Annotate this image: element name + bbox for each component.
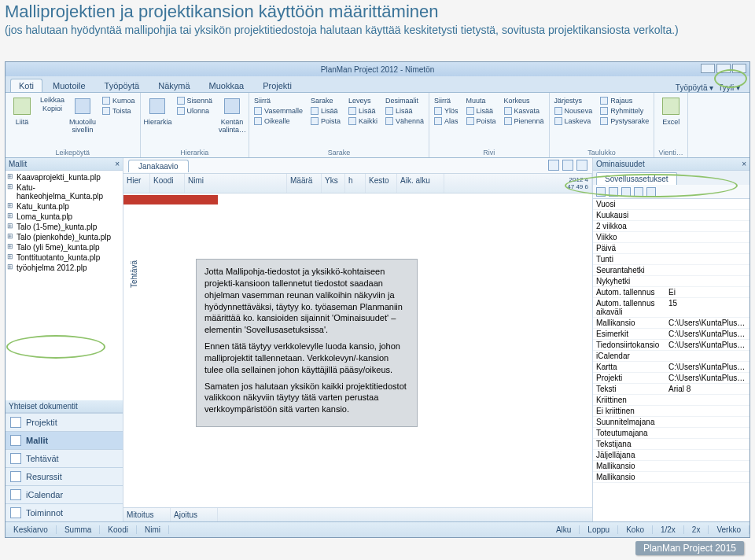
template-file[interactable]: Tonttituotanto_kunta.plp bbox=[6, 252, 123, 263]
col-plus-button[interactable]: Lisää bbox=[347, 106, 379, 116]
property-row[interactable]: Mallikansio bbox=[593, 472, 749, 483]
property-row[interactable]: Seurantahetki bbox=[593, 265, 749, 276]
format-painter-button[interactable]: Muotoilu sivellin bbox=[69, 94, 96, 134]
row-add-button[interactable]: Lisää bbox=[465, 106, 498, 116]
tab-koti[interactable]: Koti bbox=[10, 79, 42, 92]
row-up-button[interactable]: Ylös bbox=[433, 106, 460, 116]
property-row[interactable]: KarttaC:\Users\KuntaPlus\Documen… bbox=[593, 362, 749, 373]
close-icon[interactable]: × bbox=[115, 160, 120, 168]
status-cell[interactable]: Summa bbox=[57, 525, 100, 534]
crop-button[interactable]: Rajaus bbox=[598, 96, 650, 105]
status-cell[interactable]: Loppu bbox=[580, 525, 618, 534]
toolbar-icon[interactable] bbox=[576, 160, 587, 171]
excel-button[interactable]: Excel bbox=[657, 94, 684, 126]
field-select-button[interactable]: Kentän valinta… bbox=[219, 94, 245, 134]
property-row[interactable]: ProjektiC:\Users\KuntaPlus\Desktop\… bbox=[593, 373, 749, 384]
style-button[interactable]: Tyyli ▾ bbox=[718, 83, 740, 92]
col-remove-button[interactable]: Poista bbox=[309, 116, 342, 126]
nav-resurssit[interactable]: Resurssit bbox=[6, 467, 123, 485]
prop-icon[interactable] bbox=[609, 187, 618, 197]
property-row[interactable]: Autom. tallennus aikaväli15 bbox=[593, 298, 749, 318]
undo-button[interactable]: Kumoa bbox=[101, 96, 137, 105]
prop-icon[interactable] bbox=[596, 187, 606, 197]
col-right-button[interactable]: Oikealle bbox=[252, 116, 304, 126]
property-row[interactable]: Tunti bbox=[593, 254, 749, 265]
hierarchy-button[interactable]: Hierarkia bbox=[144, 94, 171, 134]
property-row[interactable]: Tekstijana bbox=[593, 439, 749, 450]
col-header[interactable]: h bbox=[345, 174, 366, 193]
property-row[interactable]: Nykyhetki bbox=[593, 276, 749, 287]
foot-mitoitus[interactable]: Mitoitus bbox=[123, 508, 171, 521]
property-row[interactable]: Suunnitelmajana bbox=[593, 417, 749, 428]
tab-projekti[interactable]: Projekti bbox=[254, 79, 300, 92]
row-grow-button[interactable]: Kasvata bbox=[503, 106, 546, 116]
toolbar-icon[interactable] bbox=[548, 160, 559, 171]
col-all-button[interactable]: Kaikki bbox=[347, 116, 379, 126]
center-tab[interactable]: Janakaavio bbox=[128, 160, 189, 172]
redo-button[interactable]: Toista bbox=[101, 106, 137, 116]
status-cell[interactable]: Koko bbox=[618, 525, 653, 534]
minimize-button[interactable] bbox=[701, 64, 715, 73]
status-cell[interactable]: Nimi bbox=[137, 525, 169, 534]
col-header[interactable]: Yks bbox=[322, 174, 345, 193]
status-cell[interactable]: Keskiarvo bbox=[6, 525, 57, 534]
col-header[interactable]: Kesto bbox=[366, 174, 397, 193]
sort-desc-button[interactable]: Laskeva bbox=[553, 116, 595, 126]
row-del-button[interactable]: Poista bbox=[465, 116, 498, 126]
tab-muotoile[interactable]: Muotoile bbox=[44, 79, 94, 92]
toolbar-icon[interactable] bbox=[562, 160, 573, 171]
property-row[interactable]: Ei kriittinen bbox=[593, 406, 749, 417]
template-file[interactable]: Talo (1-5me)_kunta.plp bbox=[6, 222, 123, 232]
col-header[interactable]: Nimi bbox=[185, 174, 287, 193]
property-row[interactable]: Mallikansio bbox=[593, 461, 749, 472]
nav-mallit[interactable]: Mallit bbox=[6, 431, 123, 449]
prop-icon[interactable] bbox=[646, 187, 656, 197]
close-icon[interactable]: × bbox=[742, 160, 746, 168]
property-row[interactable]: EsimerkitC:\Users\KuntaPlus\Documen… bbox=[593, 329, 749, 340]
nav-icalendar[interactable]: iCalendar bbox=[6, 485, 123, 503]
indent-button[interactable]: Sisennä bbox=[175, 96, 215, 105]
col-insert-button[interactable]: Lisää bbox=[309, 106, 342, 116]
property-row[interactable]: Kriittinen bbox=[593, 395, 749, 406]
property-row[interactable]: Toteutumajana bbox=[593, 428, 749, 439]
outdent-button[interactable]: Ulonna bbox=[175, 106, 215, 116]
col-left-button[interactable]: Vasemmalle bbox=[252, 106, 304, 116]
status-cell[interactable]: 1/2x bbox=[653, 525, 684, 534]
property-row[interactable]: Jäljelläjana bbox=[593, 450, 749, 461]
nav-toiminnot[interactable]: Toiminnot bbox=[6, 503, 123, 521]
row-shrink-button[interactable]: Pienennä bbox=[503, 116, 546, 126]
col-header[interactable]: Koodi bbox=[150, 174, 185, 193]
prop-icon[interactable] bbox=[621, 187, 631, 197]
template-file[interactable]: Talo (pienkohde)_kunta.plp bbox=[6, 232, 123, 242]
sort-asc-button[interactable]: Nouseva bbox=[553, 106, 595, 116]
property-row[interactable]: Viikko bbox=[593, 232, 749, 243]
tab-nakyma[interactable]: Näkymä bbox=[149, 79, 198, 92]
properties-tab[interactable]: Sovellusasetukset bbox=[596, 172, 677, 185]
col-decdec-button[interactable]: Vähennä bbox=[384, 116, 425, 126]
col-header[interactable]: Aik. alku bbox=[397, 174, 444, 193]
template-file[interactable]: Kaavaprojekti_kunta.plp bbox=[6, 172, 123, 182]
maximize-button[interactable] bbox=[716, 64, 731, 73]
foot-ajoitus[interactable]: Ajoitus bbox=[171, 508, 218, 521]
paste-button[interactable]: Liitä bbox=[9, 94, 35, 134]
property-row[interactable]: iCalendar bbox=[593, 351, 749, 362]
cut-button[interactable]: Leikkaa bbox=[40, 96, 64, 104]
status-cell[interactable]: Verkko bbox=[709, 525, 749, 534]
property-row[interactable]: TiedonsiirtokansioC:\Users\KuntaPlus\Doc… bbox=[593, 340, 749, 351]
template-file[interactable]: Katu_kunta.plp bbox=[6, 201, 123, 212]
property-row[interactable]: Autom. tallennusEi bbox=[593, 287, 749, 298]
template-file[interactable]: työohjelma 2012.plp bbox=[6, 263, 123, 273]
copy-button[interactable]: Kopioi bbox=[40, 105, 64, 112]
col-incdec-button[interactable]: Lisää bbox=[384, 106, 425, 116]
status-cell[interactable]: 2x bbox=[684, 525, 709, 534]
col-header[interactable]: Hier bbox=[123, 174, 150, 193]
col-header[interactable]: Määrä bbox=[287, 174, 322, 193]
template-file[interactable]: Katu-hankeohjelma_Kunta.plp bbox=[6, 182, 123, 201]
property-row[interactable]: 2 viikkoa bbox=[593, 221, 749, 232]
tab-tyopoyda[interactable]: Työpöytä bbox=[96, 79, 149, 92]
status-cell[interactable]: Alku bbox=[548, 525, 580, 534]
template-file[interactable]: Loma_kunta.plp bbox=[6, 212, 123, 222]
close-button[interactable] bbox=[732, 64, 746, 73]
nav-projektit[interactable]: Projektit bbox=[6, 413, 123, 431]
property-row[interactable]: Kuukausi bbox=[593, 210, 749, 221]
